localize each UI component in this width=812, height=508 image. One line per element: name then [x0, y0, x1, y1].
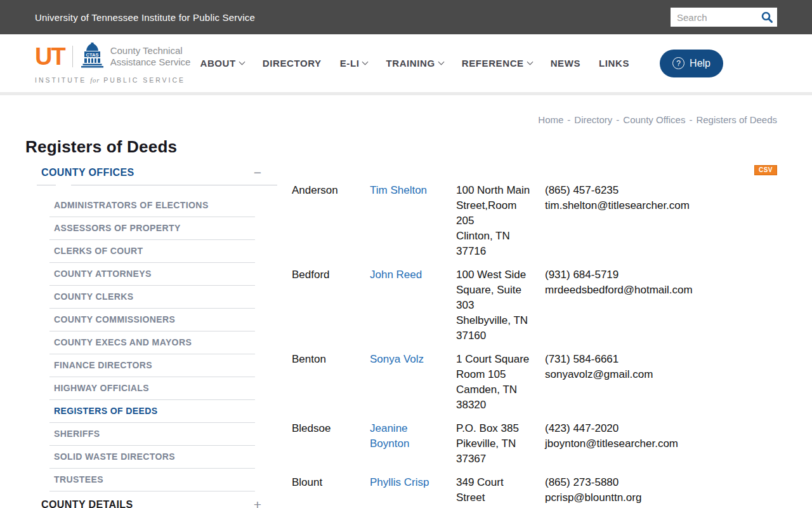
table-row: Bledsoe Jeanine Boynton P.O. Box 385 Pik…	[292, 421, 777, 467]
county-offices-label: COUNTY OFFICES	[41, 167, 134, 178]
contact-cell: (865) 457-6235 tim.shelton@titlesearcher…	[545, 183, 777, 213]
email: pcrisp@blounttn.org	[545, 490, 777, 505]
sidebar-item-county-commissioners[interactable]: COUNTY COMMISSIONERS	[49, 309, 255, 331]
official-link[interactable]: Phyllis Crisp	[370, 476, 429, 488]
email: mrdeedsbedford@hotmail.com	[545, 283, 777, 298]
nav-item-eli[interactable]: E-LI	[340, 58, 368, 69]
question-circle-icon: ?	[672, 57, 684, 69]
county-cell: Bedford	[292, 267, 370, 283]
phone: (931) 684-5719	[545, 267, 777, 283]
breadcrumb: Home-Directory-County Offices-Registers …	[25, 114, 777, 125]
address-line: Square, Suite	[456, 283, 545, 298]
breadcrumb-current: Registers of Deeds	[696, 114, 777, 125]
nav-item-about[interactable]: ABOUT	[200, 58, 244, 69]
sidebar-item-solid-waste-directors[interactable]: SOLID WASTE DIRECTORS	[49, 446, 255, 469]
search-input[interactable]	[671, 12, 757, 23]
breadcrumb-separator: -	[689, 114, 692, 125]
address-line: Street	[456, 490, 545, 505]
address-line: 100 North Main	[456, 183, 545, 198]
sidebar-item-county-execs-and-mayors[interactable]: COUNTY EXECS AND MAYORS	[49, 331, 255, 354]
institute-mid: for	[90, 77, 100, 84]
address-cell: 100 West Side Square, Suite 303 Shelbyvi…	[456, 267, 545, 344]
address-line: 349 Court	[456, 475, 545, 490]
phone: (865) 273-5880	[545, 475, 777, 490]
org-name-line1: County Technical	[110, 45, 191, 57]
official-link[interactable]: Tim Shelton	[370, 184, 427, 196]
sidebar-item-finance-directors[interactable]: FINANCE DIRECTORS	[49, 354, 255, 377]
nav-item-training[interactable]: TRAINING	[386, 58, 443, 69]
top-utility-bar: University of Tennessee Institute for Pu…	[0, 0, 812, 34]
search-icon	[761, 11, 773, 23]
sidebar-item-clerks-of-court[interactable]: CLERKS OF COURT	[49, 240, 255, 263]
sidebar: COUNTY OFFICES − ADMINISTRATORS OF ELECT…	[35, 163, 277, 508]
address-line: 37716	[456, 244, 545, 259]
contact-cell: (865) 273-5880 pcrisp@blounttn.org	[545, 475, 777, 505]
table-row: Bedford John Reed 100 West Side Square, …	[292, 267, 777, 344]
institute-pre: INSTITUTE	[35, 76, 86, 84]
help-button[interactable]: ? Help	[660, 50, 723, 77]
address-line: 100 West Side	[456, 267, 545, 283]
official-cell: John Reed	[370, 267, 440, 283]
official-cell: Jeanine Boynton	[370, 421, 440, 451]
address-line: Room 105	[456, 367, 545, 382]
nav-label: NEWS	[551, 58, 580, 69]
table-row: Blount Phyllis Crisp 349 Court Street (8…	[292, 475, 777, 505]
address-line: 303	[456, 298, 545, 313]
breadcrumb-home[interactable]: Home	[538, 114, 563, 125]
breadcrumb-separator: -	[567, 114, 570, 125]
address-line: Clinton, TN	[456, 229, 545, 244]
official-link[interactable]: Sonya Volz	[370, 353, 424, 365]
sidebar-section-county-offices[interactable]: COUNTY OFFICES −	[35, 163, 277, 185]
nav-label: LINKS	[599, 58, 629, 69]
nav-item-news[interactable]: NEWS	[551, 58, 580, 69]
search-submit-button[interactable]	[757, 8, 777, 27]
official-link[interactable]: Jeanine Boynton	[370, 422, 409, 450]
chevron-down-icon	[527, 59, 533, 65]
nav-label: REFERENCE	[462, 58, 524, 69]
page-content: Home-Directory-County Offices-Registers …	[0, 114, 812, 508]
contact-cell: (931) 684-5719 mrdeedsbedford@hotmail.co…	[545, 267, 777, 298]
address-line: Shelbyville, TN	[456, 313, 545, 328]
address-cell: P.O. Box 385 Pikeville, TN 37367	[456, 421, 545, 467]
breadcrumb-county-offices[interactable]: County Offices	[623, 114, 685, 125]
primary-nav: ABOUT DIRECTORY E-LI TRAINING REFERENCE …	[200, 50, 723, 77]
page-title: Registers of Deeds	[25, 136, 777, 157]
email: tim.shelton@titlesearcher.com	[545, 198, 777, 213]
official-cell: Phyllis Crisp	[370, 475, 440, 490]
collapse-minus-icon[interactable]: −	[254, 168, 261, 178]
site-title: University of Tennessee Institute for Pu…	[35, 12, 255, 23]
phone: (865) 457-6235	[545, 183, 777, 198]
expand-plus-icon[interactable]: +	[254, 500, 261, 508]
brand-logo[interactable]: UT CTAS County Technical	[35, 43, 190, 84]
address-line: Pikeville, TN	[456, 436, 545, 451]
nav-label: ABOUT	[200, 58, 235, 69]
table-row: Anderson Tim Shelton 100 North Main Stre…	[292, 183, 777, 259]
sidebar-item-trustees[interactable]: TRUSTEES	[49, 469, 255, 491]
nav-item-reference[interactable]: REFERENCE	[462, 58, 532, 69]
nav-label: TRAINING	[386, 58, 435, 69]
sidebar-item-highway-officials[interactable]: HIGHWAY OFFICIALS	[49, 377, 255, 400]
address-cell: 100 North Main Street,Room 205 Clinton, …	[456, 183, 545, 259]
address-line: 38320	[456, 398, 545, 413]
address-line: P.O. Box 385	[456, 421, 545, 436]
address-line: 37160	[456, 328, 545, 344]
nav-item-links[interactable]: LINKS	[599, 58, 629, 69]
sidebar-item-county-attorneys[interactable]: COUNTY ATTORNEYS	[49, 263, 255, 286]
sidebar-item-administrators-of-elections[interactable]: ADMINISTRATORS OF ELECTIONS	[49, 194, 255, 217]
official-link[interactable]: John Reed	[370, 269, 422, 281]
sidebar-item-registers-of-deeds[interactable]: REGISTERS OF DEEDS	[49, 400, 255, 423]
sidebar-item-sheriffs[interactable]: SHERIFFS	[49, 423, 255, 446]
breadcrumb-separator: -	[616, 114, 619, 125]
csv-export-button[interactable]: CSV	[754, 165, 777, 175]
sidebar-section-county-details[interactable]: COUNTY DETAILS +	[35, 495, 277, 508]
address-cell: 1 Court Square Room 105 Camden, TN 38320	[456, 352, 545, 413]
logo-divider	[72, 46, 73, 67]
sidebar-item-county-clerks[interactable]: COUNTY CLERKS	[49, 286, 255, 309]
org-name: County Technical Assistance Service	[110, 45, 191, 68]
nav-item-directory[interactable]: DIRECTORY	[263, 58, 322, 69]
search-box[interactable]	[671, 8, 777, 27]
county-cell: Benton	[292, 352, 370, 367]
breadcrumb-directory[interactable]: Directory	[574, 114, 612, 125]
sidebar-item-assessors-of-property[interactable]: ASSESSORS OF PROPERTY	[49, 217, 255, 240]
sidebar-office-list: ADMINISTRATORS OF ELECTIONS ASSESSORS OF…	[49, 194, 255, 491]
